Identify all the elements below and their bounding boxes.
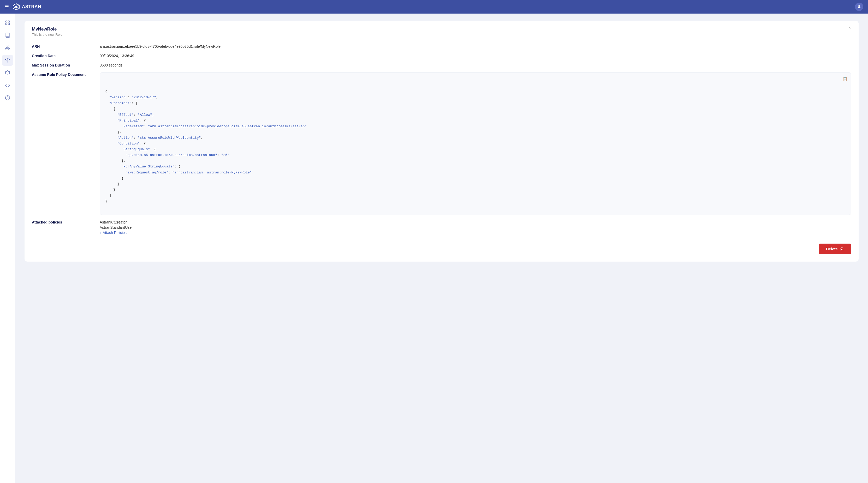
arn-value: arn:astran:iam::ebaee5b9-cfd8-4705-afeb-… bbox=[100, 42, 851, 51]
brand-name: ASTRAN bbox=[22, 4, 41, 9]
role-details-table: ARN arn:astran:iam::ebaee5b9-cfd8-4705-a… bbox=[32, 42, 851, 237]
svg-line-7 bbox=[13, 7, 15, 8]
delete-label: Delete bbox=[826, 247, 838, 251]
max-session-label: Max Session Duration bbox=[32, 61, 100, 70]
policy-item-1: AstranKitCreator bbox=[100, 220, 851, 224]
sidebar-item-users[interactable] bbox=[2, 42, 13, 53]
sidebar-item-book[interactable] bbox=[2, 30, 13, 41]
trash-icon bbox=[840, 247, 844, 251]
main-content: MyNewRole This is the new Role. ⌃ ARN ar… bbox=[15, 13, 868, 483]
creation-date-row: Creation Date 09/10/2024, 13:36:49 bbox=[32, 51, 851, 61]
attach-policies-link[interactable]: + Attach Policies bbox=[100, 230, 127, 235]
svg-point-14 bbox=[7, 62, 8, 62]
collapse-icon[interactable]: ⌃ bbox=[848, 27, 851, 32]
creation-date-label: Creation Date bbox=[32, 51, 100, 61]
policy-document-code: 📋 { "Version": "2012-10-17", "Statement"… bbox=[100, 72, 851, 215]
sidebar-item-network[interactable] bbox=[2, 55, 13, 66]
attached-policies-label: Attached policies bbox=[32, 218, 100, 237]
brand-logo-area: ASTRAN bbox=[12, 3, 41, 10]
max-session-value: 3600 seconds bbox=[100, 61, 851, 70]
attached-policies-values: AstranKitCreator AstranStandardUser + At… bbox=[100, 218, 851, 237]
svg-rect-12 bbox=[8, 23, 9, 25]
svg-line-5 bbox=[18, 7, 19, 8]
svg-point-1 bbox=[15, 6, 17, 8]
hamburger-icon[interactable]: ☰ bbox=[5, 4, 9, 10]
max-session-row: Max Session Duration 3600 seconds bbox=[32, 61, 851, 70]
assume-role-label: Assume Role Policy Document bbox=[32, 70, 100, 218]
sidebar-item-help[interactable] bbox=[2, 92, 13, 103]
action-row: Delete bbox=[32, 244, 851, 254]
policy-item-2: AstranStandardUser bbox=[100, 225, 851, 229]
role-title-area: MyNewRole This is the new Role. bbox=[32, 27, 63, 36]
astran-logo-icon bbox=[12, 3, 20, 10]
svg-point-13 bbox=[6, 46, 8, 48]
copy-icon[interactable]: 📋 bbox=[842, 76, 847, 83]
svg-rect-10 bbox=[8, 21, 9, 23]
top-navigation: ☰ ASTRAN bbox=[0, 0, 868, 13]
arn-row: ARN arn:astran:iam::ebaee5b9-cfd8-4705-a… bbox=[32, 42, 851, 51]
role-detail-card: MyNewRole This is the new Role. ⌃ ARN ar… bbox=[25, 21, 859, 262]
svg-line-6 bbox=[18, 5, 19, 6]
user-avatar[interactable] bbox=[855, 3, 863, 11]
svg-point-8 bbox=[858, 5, 860, 7]
sidebar bbox=[0, 13, 15, 483]
sidebar-item-grid[interactable] bbox=[2, 17, 13, 28]
delete-button[interactable]: Delete bbox=[819, 244, 851, 254]
arn-label: ARN bbox=[32, 42, 100, 51]
creation-date-value: 09/10/2024, 13:36:49 bbox=[100, 51, 851, 61]
topnav-left: ☰ ASTRAN bbox=[5, 3, 41, 10]
policy-document-row: Assume Role Policy Document 📋 { "Version… bbox=[32, 70, 851, 218]
role-description: This is the new Role. bbox=[32, 33, 63, 36]
attached-policies-row: Attached policies AstranKitCreator Astra… bbox=[32, 218, 851, 237]
svg-line-4 bbox=[13, 5, 15, 6]
svg-rect-11 bbox=[5, 23, 7, 25]
sidebar-item-plugins[interactable] bbox=[2, 67, 13, 78]
role-header: MyNewRole This is the new Role. ⌃ bbox=[32, 27, 851, 36]
sidebar-item-code[interactable] bbox=[2, 80, 13, 91]
svg-rect-9 bbox=[5, 21, 7, 23]
role-name: MyNewRole bbox=[32, 27, 63, 32]
policy-document-cell: 📋 { "Version": "2012-10-17", "Statement"… bbox=[100, 70, 851, 218]
